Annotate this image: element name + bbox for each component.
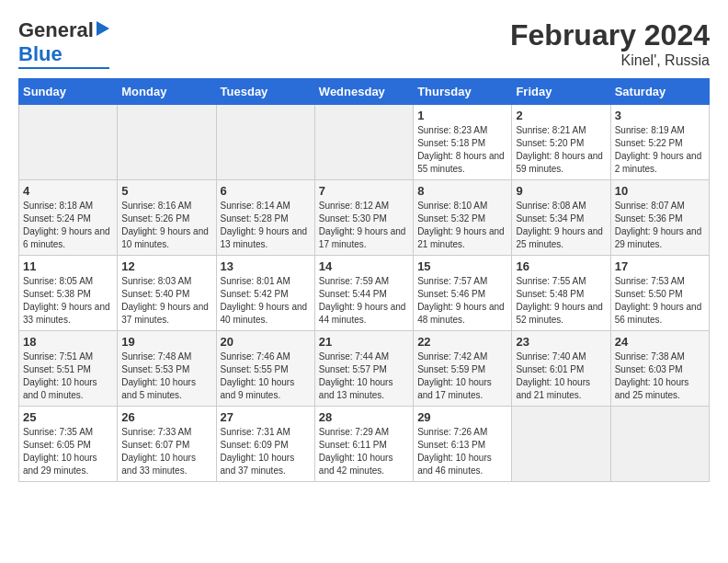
calendar-cell xyxy=(19,105,118,180)
day-info: Sunrise: 7:55 AM Sunset: 5:48 PM Dayligh… xyxy=(516,275,606,327)
calendar-cell: 20Sunrise: 7:46 AM Sunset: 5:55 PM Dayli… xyxy=(216,331,314,407)
calendar-cell: 24Sunrise: 7:38 AM Sunset: 6:03 PM Dayli… xyxy=(610,331,709,407)
day-info: Sunrise: 7:38 AM Sunset: 6:03 PM Dayligh… xyxy=(615,350,705,402)
day-number: 29 xyxy=(417,410,507,424)
day-info: Sunrise: 8:08 AM Sunset: 5:34 PM Dayligh… xyxy=(516,200,606,251)
day-info: Sunrise: 7:53 AM Sunset: 5:50 PM Dayligh… xyxy=(615,275,705,327)
weekday-header-thursday: Thursday xyxy=(414,79,512,105)
day-info: Sunrise: 8:07 AM Sunset: 5:36 PM Dayligh… xyxy=(615,200,705,251)
day-info: Sunrise: 8:01 AM Sunset: 5:42 PM Dayligh… xyxy=(221,275,311,327)
calendar-cell: 19Sunrise: 7:48 AM Sunset: 5:53 PM Dayli… xyxy=(118,331,216,407)
calendar-cell xyxy=(118,105,216,180)
calendar-cell: 16Sunrise: 7:55 AM Sunset: 5:48 PM Dayli… xyxy=(512,256,610,331)
day-info: Sunrise: 8:19 AM Sunset: 5:22 PM Dayligh… xyxy=(615,124,705,176)
calendar-cell: 21Sunrise: 7:44 AM Sunset: 5:57 PM Dayli… xyxy=(314,331,413,407)
day-info: Sunrise: 7:48 AM Sunset: 5:53 PM Dayligh… xyxy=(121,350,211,402)
day-info: Sunrise: 7:40 AM Sunset: 6:01 PM Dayligh… xyxy=(516,350,606,402)
day-number: 5 xyxy=(121,184,211,198)
weekday-header-monday: Monday xyxy=(118,79,216,105)
day-info: Sunrise: 8:10 AM Sunset: 5:32 PM Dayligh… xyxy=(417,200,507,251)
calendar-subtitle: Kinel', Russia xyxy=(510,52,710,69)
day-number: 4 xyxy=(23,184,113,198)
day-number: 11 xyxy=(23,259,113,273)
day-info: Sunrise: 7:59 AM Sunset: 5:44 PM Dayligh… xyxy=(319,275,409,327)
calendar-cell xyxy=(314,105,413,180)
calendar-cell xyxy=(216,105,314,180)
day-info: Sunrise: 8:12 AM Sunset: 5:30 PM Dayligh… xyxy=(319,200,409,251)
calendar-cell: 4Sunrise: 8:18 AM Sunset: 5:24 PM Daylig… xyxy=(19,180,118,256)
day-number: 6 xyxy=(221,184,311,198)
day-number: 25 xyxy=(23,410,113,424)
header: General Blue February 2024 Kinel', Russi… xyxy=(18,18,710,69)
calendar-cell: 1Sunrise: 8:23 AM Sunset: 5:18 PM Daylig… xyxy=(414,105,512,180)
weekday-header-wednesday: Wednesday xyxy=(314,79,413,105)
calendar-cell: 29Sunrise: 7:26 AM Sunset: 6:13 PM Dayli… xyxy=(414,407,512,482)
day-number: 24 xyxy=(615,335,705,349)
day-info: Sunrise: 7:33 AM Sunset: 6:07 PM Dayligh… xyxy=(121,426,211,477)
day-info: Sunrise: 8:23 AM Sunset: 5:18 PM Dayligh… xyxy=(417,124,507,176)
calendar-cell: 27Sunrise: 7:31 AM Sunset: 6:09 PM Dayli… xyxy=(216,407,314,482)
weekday-header-saturday: Saturday xyxy=(610,79,709,105)
day-number: 19 xyxy=(121,335,211,349)
calendar-cell: 3Sunrise: 8:19 AM Sunset: 5:22 PM Daylig… xyxy=(610,105,709,180)
day-number: 12 xyxy=(121,259,211,273)
calendar-cell: 8Sunrise: 8:10 AM Sunset: 5:32 PM Daylig… xyxy=(414,180,512,256)
day-number: 18 xyxy=(23,335,113,349)
day-number: 1 xyxy=(417,109,507,122)
day-number: 8 xyxy=(417,184,507,198)
day-number: 3 xyxy=(615,109,705,122)
calendar-cell: 10Sunrise: 8:07 AM Sunset: 5:36 PM Dayli… xyxy=(610,180,709,256)
day-number: 26 xyxy=(121,410,211,424)
calendar-cell: 23Sunrise: 7:40 AM Sunset: 6:01 PM Dayli… xyxy=(512,331,610,407)
day-number: 27 xyxy=(221,410,311,424)
day-number: 13 xyxy=(221,259,311,273)
day-info: Sunrise: 8:05 AM Sunset: 5:38 PM Dayligh… xyxy=(23,275,113,327)
day-number: 7 xyxy=(319,184,409,198)
calendar-cell: 15Sunrise: 7:57 AM Sunset: 5:46 PM Dayli… xyxy=(414,256,512,331)
day-info: Sunrise: 8:03 AM Sunset: 5:40 PM Dayligh… xyxy=(121,275,211,327)
day-info: Sunrise: 7:26 AM Sunset: 6:13 PM Dayligh… xyxy=(417,426,507,477)
calendar-cell: 28Sunrise: 7:29 AM Sunset: 6:11 PM Dayli… xyxy=(314,407,413,482)
calendar-cell: 7Sunrise: 8:12 AM Sunset: 5:30 PM Daylig… xyxy=(314,180,413,256)
day-info: Sunrise: 7:57 AM Sunset: 5:46 PM Dayligh… xyxy=(417,275,507,327)
day-info: Sunrise: 7:31 AM Sunset: 6:09 PM Dayligh… xyxy=(221,426,311,477)
day-info: Sunrise: 8:14 AM Sunset: 5:28 PM Dayligh… xyxy=(221,200,311,251)
day-number: 16 xyxy=(516,259,606,273)
calendar-cell: 14Sunrise: 7:59 AM Sunset: 5:44 PM Dayli… xyxy=(314,256,413,331)
day-info: Sunrise: 7:44 AM Sunset: 5:57 PM Dayligh… xyxy=(319,350,409,402)
weekday-header-tuesday: Tuesday xyxy=(216,79,314,105)
day-info: Sunrise: 8:21 AM Sunset: 5:20 PM Dayligh… xyxy=(516,124,606,176)
logo: General Blue xyxy=(18,18,109,69)
day-info: Sunrise: 7:29 AM Sunset: 6:11 PM Dayligh… xyxy=(319,426,409,477)
calendar-cell xyxy=(512,407,610,482)
calendar-cell: 17Sunrise: 7:53 AM Sunset: 5:50 PM Dayli… xyxy=(610,256,709,331)
weekday-header-friday: Friday xyxy=(512,79,610,105)
calendar-cell: 26Sunrise: 7:33 AM Sunset: 6:07 PM Dayli… xyxy=(118,407,216,482)
calendar-cell: 2Sunrise: 8:21 AM Sunset: 5:20 PM Daylig… xyxy=(512,105,610,180)
calendar-cell: 18Sunrise: 7:51 AM Sunset: 5:51 PM Dayli… xyxy=(19,331,118,407)
day-number: 28 xyxy=(319,410,409,424)
calendar-cell: 12Sunrise: 8:03 AM Sunset: 5:40 PM Dayli… xyxy=(118,256,216,331)
logo-blue: Blue xyxy=(18,42,63,66)
day-number: 22 xyxy=(417,335,507,349)
day-number: 2 xyxy=(516,109,606,122)
day-number: 20 xyxy=(221,335,311,349)
calendar-title: February 2024 xyxy=(510,18,710,52)
day-number: 10 xyxy=(615,184,705,198)
calendar-cell: 25Sunrise: 7:35 AM Sunset: 6:05 PM Dayli… xyxy=(19,407,118,482)
calendar-cell: 9Sunrise: 8:08 AM Sunset: 5:34 PM Daylig… xyxy=(512,180,610,256)
calendar-table: SundayMondayTuesdayWednesdayThursdayFrid… xyxy=(18,78,710,482)
day-number: 23 xyxy=(516,335,606,349)
calendar-cell: 5Sunrise: 8:16 AM Sunset: 5:26 PM Daylig… xyxy=(118,180,216,256)
weekday-header-sunday: Sunday xyxy=(19,79,118,105)
day-info: Sunrise: 7:42 AM Sunset: 5:59 PM Dayligh… xyxy=(417,350,507,402)
day-info: Sunrise: 7:46 AM Sunset: 5:55 PM Dayligh… xyxy=(221,350,311,402)
calendar-cell: 13Sunrise: 8:01 AM Sunset: 5:42 PM Dayli… xyxy=(216,256,314,331)
day-number: 17 xyxy=(615,259,705,273)
day-info: Sunrise: 8:18 AM Sunset: 5:24 PM Dayligh… xyxy=(23,200,113,251)
logo-general: General xyxy=(18,18,94,42)
day-number: 21 xyxy=(319,335,409,349)
day-info: Sunrise: 7:51 AM Sunset: 5:51 PM Dayligh… xyxy=(23,350,113,402)
day-number: 14 xyxy=(319,259,409,273)
day-number: 9 xyxy=(516,184,606,198)
